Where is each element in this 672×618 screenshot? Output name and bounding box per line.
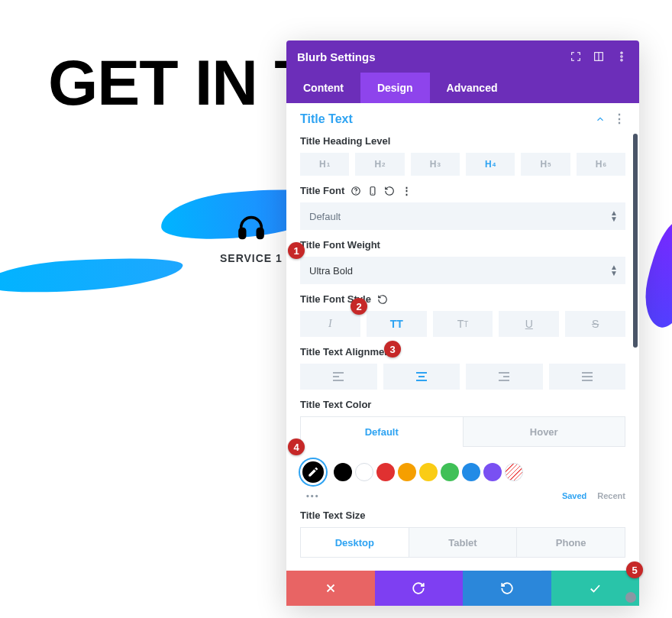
responsive-icon[interactable] <box>367 186 378 196</box>
section-title-text: Title Text <box>300 112 353 126</box>
heading-level-row: H1 H2 H3 H4 H5 H6 <box>300 153 625 176</box>
reset-icon[interactable] <box>384 186 395 196</box>
swatch-green[interactable] <box>441 463 459 481</box>
heading-h3[interactable]: H3 <box>411 153 460 176</box>
tab-design[interactable]: Design <box>360 73 430 103</box>
heading-h4[interactable]: H4 <box>466 153 515 176</box>
font-weight-value: Ultra Bold <box>309 265 353 277</box>
heading-h2[interactable]: H2 <box>355 153 404 176</box>
alignment-label: Title Text Alignment <box>300 346 625 358</box>
decorative-wave <box>638 218 672 332</box>
font-select[interactable]: Default ▲▼ <box>300 202 625 230</box>
more-icon[interactable]: ⋮ <box>613 113 625 125</box>
svg-point-9 <box>373 193 373 193</box>
svg-point-5 <box>621 59 622 60</box>
heading-level-label: Title Heading Level <box>300 135 625 147</box>
align-right-button[interactable] <box>466 364 543 390</box>
sort-icon: ▲▼ <box>610 210 618 222</box>
underline-button[interactable]: U <box>499 311 559 337</box>
align-left-button[interactable] <box>300 364 377 390</box>
sort-icon: ▲▼ <box>610 264 618 277</box>
size-input[interactable]: 0.9vw <box>541 570 625 571</box>
recent-tab[interactable]: Recent <box>597 491 625 500</box>
font-label: Title Font ⋮ <box>300 185 625 196</box>
font-weight-select[interactable]: Ultra Bold ▲▼ <box>300 257 625 284</box>
blurb-preview: SERVICE 1 <box>220 212 283 270</box>
annotation-2: 2 <box>351 298 367 315</box>
scrollbar[interactable] <box>633 134 638 348</box>
heading-h1[interactable]: H1 <box>300 153 349 176</box>
section-title[interactable]: Title Text ⋮ <box>300 112 625 126</box>
color-state-tabs: Default Hover <box>300 416 625 447</box>
more-icon[interactable]: ⋮ <box>401 186 412 196</box>
settings-panel: Blurb Settings Content Design Advanced T… <box>286 40 639 606</box>
size-tab-phone[interactable]: Phone <box>517 527 625 558</box>
swatch-orange[interactable] <box>398 463 416 481</box>
main-tabs: Content Design Advanced <box>286 73 639 103</box>
heading-h5[interactable]: H5 <box>521 153 570 176</box>
size-device-tabs: Desktop Tablet Phone <box>300 527 625 558</box>
panel-body: Title Text ⋮ Title Heading Level H1 H2 H… <box>286 103 639 571</box>
annotation-5: 5 <box>626 561 643 578</box>
font-select-value: Default <box>309 211 341 222</box>
redo-button[interactable] <box>463 571 551 606</box>
decorative-wave <box>0 253 184 297</box>
swatch-none[interactable] <box>505 463 523 481</box>
color-label: Title Text Color <box>300 399 625 410</box>
align-justify-button[interactable] <box>549 364 626 390</box>
annotation-3: 3 <box>384 341 401 358</box>
help-icon[interactable] <box>351 186 361 196</box>
uppercase-button[interactable]: TT <box>367 311 427 337</box>
saved-tab[interactable]: Saved <box>562 491 586 500</box>
svg-point-4 <box>621 56 622 57</box>
tab-content[interactable]: Content <box>286 73 360 103</box>
italic-button[interactable]: I <box>300 311 360 337</box>
swatch-white[interactable] <box>355 463 373 481</box>
annotation-1: 1 <box>288 242 305 259</box>
font-weight-label: Title Font Weight <box>300 239 625 251</box>
smallcaps-button[interactable]: TT <box>433 311 493 337</box>
strikethrough-button[interactable]: S <box>565 311 625 337</box>
swatch-blue[interactable] <box>462 463 480 481</box>
font-style-label: Title Font Style <box>300 293 625 305</box>
panel-title: Blurb Settings <box>297 50 376 63</box>
panel-footer <box>286 571 639 606</box>
eyedropper-button[interactable] <box>300 459 326 485</box>
svg-point-7 <box>356 193 357 193</box>
swatch-yellow[interactable] <box>419 463 438 481</box>
annotation-4: 4 <box>288 438 305 455</box>
svg-rect-1 <box>257 229 263 238</box>
resize-handle[interactable] <box>625 592 636 603</box>
alignment-row <box>300 364 625 390</box>
swatch-black[interactable] <box>334 463 352 481</box>
size-label: Title Text Size <box>300 510 625 521</box>
align-center-button[interactable] <box>383 364 460 390</box>
size-tab-desktop[interactable]: Desktop <box>300 527 409 558</box>
tab-advanced[interactable]: Advanced <box>430 73 515 103</box>
svg-rect-0 <box>240 229 245 238</box>
headphones-icon <box>236 212 267 243</box>
cancel-button[interactable] <box>286 571 375 606</box>
size-slider-row: 0.9vw <box>300 570 625 571</box>
color-tab-default[interactable]: Default <box>300 416 463 447</box>
font-label-text: Title Font <box>300 185 344 196</box>
chevron-up-icon[interactable] <box>595 114 606 125</box>
swatch-footer: ••• Saved Recent <box>306 491 625 500</box>
color-swatches <box>300 459 625 485</box>
font-style-row: I TT TT U S <box>300 311 625 337</box>
panel-header[interactable]: Blurb Settings <box>286 40 639 73</box>
columns-icon[interactable] <box>592 50 606 63</box>
expand-icon[interactable] <box>569 50 583 63</box>
reset-icon[interactable] <box>377 294 388 305</box>
heading-h6[interactable]: H6 <box>577 153 625 176</box>
more-swatches-button[interactable]: ••• <box>306 491 320 500</box>
swatch-purple[interactable] <box>483 463 502 481</box>
size-tab-tablet[interactable]: Tablet <box>409 527 518 558</box>
blurb-title: SERVICE 1 <box>220 252 283 264</box>
more-icon[interactable] <box>615 50 628 63</box>
undo-button[interactable] <box>375 571 464 606</box>
swatch-red[interactable] <box>376 463 395 481</box>
svg-point-3 <box>621 52 622 53</box>
color-tab-hover[interactable]: Hover <box>463 416 626 447</box>
